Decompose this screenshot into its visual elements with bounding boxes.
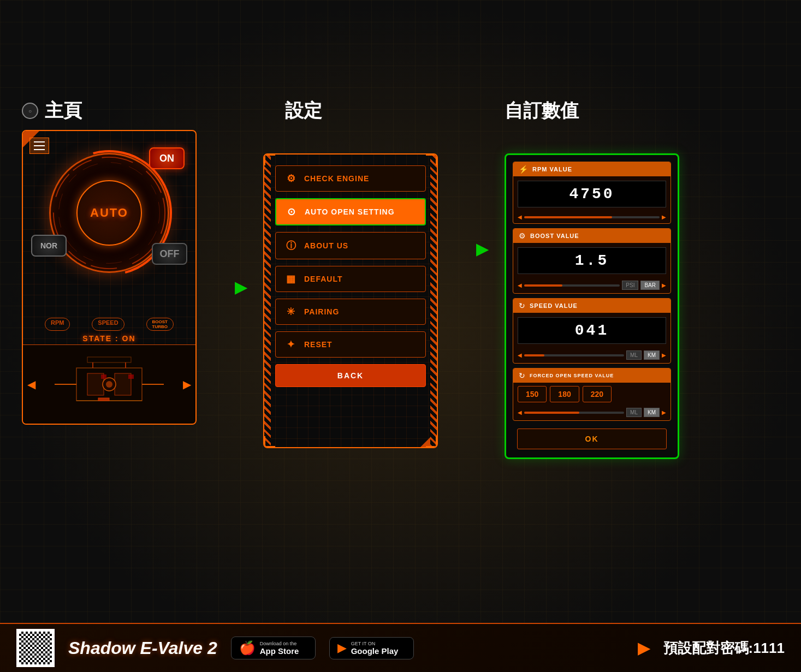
qr-code (16, 629, 55, 667)
engine-diagram: ◀ (23, 344, 195, 424)
status-labels-row: RPM SPEED BOOST TURBO (23, 318, 195, 331)
rpm-header-label: RPM VALUE (532, 166, 572, 173)
about-us-icon: ⓘ (284, 239, 298, 252)
google-play-button[interactable]: ▶ GET IT ON Google Play (329, 637, 414, 659)
forced-icon: ↻ (519, 371, 525, 380)
rpm-header: ⚡ RPM VALUE (513, 162, 671, 176)
back-button[interactable]: BACK (275, 364, 426, 387)
auto-open-setting-item[interactable]: ⊙ AUTO OPEN SETTING (275, 198, 426, 225)
rpm-display: 4750 (518, 181, 666, 207)
app-store-small-text: Download on the (260, 641, 299, 646)
speed-label: SPEED (92, 318, 124, 331)
forced-header-label: FORCED OPEN SPEED VALUE (530, 373, 614, 378)
boost-icon: ⚙ (519, 231, 526, 240)
km-button[interactable]: KM (644, 350, 660, 360)
rpm-icon: ⚡ (519, 165, 528, 174)
custom-values-panel: ⚡ RPM VALUE 4750 ◀ ▶ (506, 155, 678, 459)
forced-unit-toggle: ML KM (626, 408, 660, 417)
custom-heading-text: 自訂數值 (505, 98, 579, 123)
main-phone-screen: AUTO ON NOR OFF RPM SPEED BOOST (22, 130, 197, 425)
svg-point-0 (54, 157, 165, 269)
speed-150-button[interactable]: 150 (518, 386, 547, 402)
forced-km-button[interactable]: KM (644, 408, 660, 417)
speed-unit-toggle: ML KM (626, 350, 660, 360)
ml-button[interactable]: ML (626, 350, 642, 360)
pairing-item[interactable]: ✳ PAIRING (275, 299, 426, 325)
check-engine-item[interactable]: ⚙ CHECK ENGINE (275, 165, 426, 192)
hamburger-button[interactable] (29, 138, 49, 154)
custom-phone-screen: ⚡ RPM VALUE 4750 ◀ ▶ (505, 153, 679, 459)
engine-prev-button[interactable]: ◀ (27, 378, 35, 391)
bar-button[interactable]: BAR (640, 281, 660, 290)
forced-slider-row: ◀ ML KM ▶ (513, 406, 671, 420)
speed-value: 041 (525, 322, 659, 339)
auto-open-label: AUTO OPEN SETTING (305, 207, 416, 216)
settings-phone-screen: ⚙ CHECK ENGINE ⊙ AUTO OPEN SETTING ⓘ ABO… (263, 153, 438, 448)
panel2-to-panel3-arrow: ▶ (476, 240, 488, 258)
rpm-value: 4750 (525, 186, 659, 203)
corner-dec-tl (264, 154, 275, 165)
state-bar: STATE : ON (23, 334, 195, 343)
reset-icon: ✦ (284, 338, 298, 350)
speed-180-button[interactable]: 180 (550, 386, 579, 402)
forced-speed-buttons: 150 180 220 (513, 383, 671, 406)
settings-section-heading: 設定 (263, 98, 460, 123)
panel1-to-panel2-arrow: ▶ (235, 278, 247, 296)
custom-section-heading: 自訂數值 (505, 98, 779, 123)
corner-dec-tr (426, 154, 437, 165)
boost-slider[interactable] (524, 284, 620, 287)
footer: Shadow E-Valve 2 🍎 Download on the App S… (0, 623, 801, 672)
speed-display: 041 (518, 317, 666, 344)
settings-menu: ⚙ CHECK ENGINE ⊙ AUTO OPEN SETTING ⓘ ABO… (264, 154, 437, 398)
google-play-text: GET IT ON Google Play (351, 641, 399, 656)
google-play-big-text: Google Play (351, 646, 399, 656)
app-store-text: Download on the App Store (260, 641, 299, 656)
nor-button[interactable]: NOR (31, 235, 67, 257)
about-us-label: ABOUT US (304, 241, 417, 250)
main-heading-text: 主頁 (45, 98, 82, 123)
speed-header: ↻ SPEED VALUE (513, 299, 671, 313)
qr-inner (19, 632, 52, 664)
rpm-slider[interactable] (524, 216, 660, 218)
main-heading-circle: ○ (22, 103, 38, 119)
speed-section: ↻ SPEED VALUE 041 ◀ ML (513, 298, 671, 364)
psi-button[interactable]: PSI (622, 281, 638, 290)
speed-220-button[interactable]: 220 (583, 386, 612, 402)
dial-area: AUTO ON NOR OFF (23, 136, 195, 289)
check-engine-icon: ⚙ (284, 173, 298, 185)
forced-ml-button[interactable]: ML (626, 408, 642, 417)
default-label: DEFAULT (304, 275, 417, 283)
boost-header-label: BOOST VALUE (530, 233, 579, 239)
app-store-button[interactable]: 🍎 Download on the App Store (231, 637, 316, 659)
speed-slider[interactable] (524, 354, 624, 356)
forced-slider[interactable] (524, 412, 624, 414)
default-item[interactable]: ▦ DEFAULT (275, 266, 426, 292)
main-section-heading: ○ 主頁 (22, 98, 218, 123)
app-store-big-text: App Store (260, 646, 299, 656)
about-us-item[interactable]: ⓘ ABOUT US (275, 232, 426, 259)
engine-next-button[interactable]: ▶ (183, 378, 191, 391)
reset-item[interactable]: ✦ RESET (275, 331, 426, 358)
boost-display: 1.5 (518, 247, 666, 274)
svg-rect-15 (128, 374, 134, 379)
off-button[interactable]: OFF (152, 243, 187, 265)
boost-slider-row: ◀ PSI BAR ▶ (513, 278, 671, 293)
forced-section: ↻ FORCED OPEN SPEED VALUE 150 180 220 ◀ (513, 368, 671, 421)
svg-rect-13 (98, 398, 109, 401)
default-icon: ▦ (284, 273, 298, 285)
reset-label: RESET (304, 340, 417, 349)
pairing-label: PAIRING (304, 307, 417, 316)
boost-unit-toggle: PSI BAR (622, 281, 660, 290)
on-button[interactable]: ON (149, 147, 185, 169)
auto-open-icon: ⊙ (285, 206, 298, 218)
footer-arrow: ▶ (638, 639, 650, 657)
main-dial: AUTO (49, 153, 169, 273)
corner-dec-br (426, 436, 437, 447)
svg-point-11 (106, 381, 112, 388)
engine-svg (44, 352, 175, 417)
svg-rect-9 (87, 357, 131, 362)
footer-password: 預設配對密碼:1111 (663, 639, 785, 658)
svg-point-1 (59, 163, 160, 264)
speed-header-label: SPEED VALUE (530, 302, 578, 309)
ok-button[interactable]: OK (517, 429, 667, 449)
